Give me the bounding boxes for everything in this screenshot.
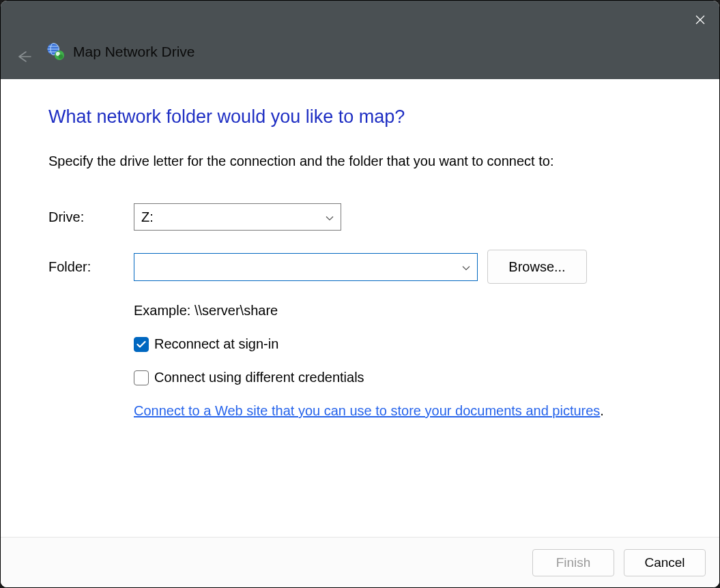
drive-combobox[interactable]: Z: (134, 203, 341, 231)
drive-label: Drive: (48, 209, 134, 225)
reconnect-label: Reconnect at sign-in (154, 336, 278, 352)
dialog-title: Map Network Drive (73, 44, 195, 60)
folder-label: Folder: (48, 259, 134, 275)
finish-button[interactable]: Finish (532, 549, 614, 576)
cancel-button[interactable]: Cancel (624, 549, 706, 576)
back-arrow-icon (16, 48, 32, 65)
dialog-header: Map Network Drive (1, 1, 719, 79)
reconnect-checkbox-row[interactable]: Reconnect at sign-in (134, 336, 672, 352)
page-heading: What network folder would you like to ma… (48, 106, 672, 128)
checkmark-icon (136, 340, 146, 349)
reconnect-checkbox[interactable] (134, 337, 149, 352)
dialog-footer: Finish Cancel (1, 537, 719, 587)
page-instruction: Specify the drive letter for the connect… (48, 153, 672, 169)
form-details: Example: \\server\share Reconnect at sig… (134, 303, 672, 419)
web-storage-link[interactable]: Connect to a Web site that you can use t… (134, 403, 600, 418)
web-link-line: Connect to a Web site that you can use t… (134, 403, 672, 419)
map-network-drive-dialog: Map Network Drive What network folder wo… (0, 0, 720, 588)
folder-row: Folder: Browse... (48, 250, 672, 284)
example-text: Example: \\server\share (134, 303, 672, 319)
close-button[interactable] (684, 6, 717, 33)
different-creds-checkbox-row[interactable]: Connect using different credentials (134, 370, 672, 385)
close-icon (695, 15, 705, 25)
svg-point-5 (59, 55, 63, 59)
drive-value: Z: (141, 209, 154, 225)
chevron-down-icon (462, 259, 470, 275)
folder-combobox[interactable] (134, 253, 478, 281)
chevron-down-icon (326, 209, 334, 225)
dialog-body: What network folder would you like to ma… (1, 79, 719, 537)
drive-row: Drive: Z: (48, 203, 672, 231)
network-drive-icon (47, 43, 65, 61)
different-creds-label: Connect using different credentials (154, 370, 364, 385)
back-button[interactable] (13, 46, 35, 68)
dialog-title-wrap: Map Network Drive (47, 43, 195, 61)
web-link-trailing: . (600, 403, 604, 418)
different-creds-checkbox[interactable] (134, 370, 149, 385)
browse-button[interactable]: Browse... (487, 250, 587, 284)
